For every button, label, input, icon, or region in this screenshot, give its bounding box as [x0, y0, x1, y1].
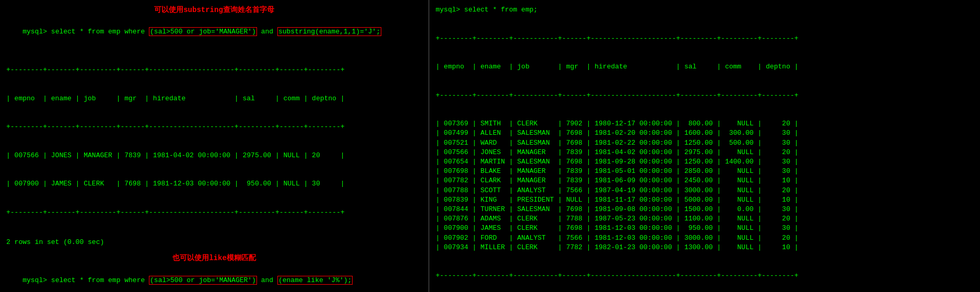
- table1-row2: | 007900 | JAMES | CLERK | 7698 | 1981-1…: [6, 179, 422, 189]
- cmd1: mysql> select * from emp where (sal>500 …: [6, 18, 422, 46]
- table1-header: | empno | ename | job | mgr | hiredate |…: [6, 94, 422, 103]
- cmd2-pre: mysql> select * from emp where: [22, 276, 149, 284]
- table1-sep2: +--------+-------+---------+------+-----…: [6, 122, 422, 132]
- right-sep1: +--------+--------+-----------+------+--…: [436, 34, 974, 43]
- table-row: | 007698 | BLAKE | MANAGER | 7839 | 1981…: [436, 167, 974, 176]
- table-row: | 007566 | JONES | MANAGER | 7839 | 1981…: [436, 148, 974, 157]
- result1: 2 rows in set (0.00 sec): [6, 238, 422, 246]
- cmd1-pre: mysql> select * from emp where: [22, 28, 149, 36]
- table-row: | 007934 | MILLER | CLERK | 7782 | 1982-…: [436, 243, 974, 252]
- table1-row1: | 007566 | JONES | MANAGER | 7839 | 1981…: [6, 151, 422, 160]
- table-row: | 007369 | SMITH | CLERK | 7902 | 1980-1…: [436, 119, 974, 129]
- cmd2-hl2: (ename like 'J%');: [277, 276, 353, 285]
- right-sep2: +--------+--------+-----------+------+--…: [436, 91, 974, 100]
- right-sep3: +--------+--------+-----------+------+--…: [436, 271, 974, 281]
- table-row: | 007900 | JAMES | CLERK | 7698 | 1981-1…: [436, 224, 974, 233]
- table-row: | 007521 | WARD | SALESMAN | 7698 | 1981…: [436, 138, 974, 148]
- table-row: | 007788 | SCOTT | ANALYST | 7566 | 1987…: [436, 186, 974, 195]
- cmd1-mid: and: [257, 28, 277, 36]
- table-row: | 007654 | MARTIN | SALESMAN | 7698 | 19…: [436, 157, 974, 167]
- cmd1-hl1: (sal>500 or job='MANAGER'): [149, 27, 257, 36]
- title-annotation-1: 可以使用substring查询姓名首字母: [6, 5, 422, 15]
- table1-sep1: +--------+-------+---------+------+-----…: [6, 65, 422, 75]
- table-row: | 007876 | ADAMS | CLERK | 7788 | 1987-0…: [436, 214, 974, 224]
- right-cmd: mysql> select * from emp;: [436, 5, 974, 15]
- table-row: | 007839 | KING | PRESIDENT | NULL | 198…: [436, 195, 974, 205]
- cmd2: mysql> select * from emp where (sal>500 …: [6, 266, 422, 292]
- table1: +--------+-------+---------+------+-----…: [6, 46, 422, 237]
- cmd2-hl1: (sal>500 or job='MANAGER'): [149, 276, 257, 285]
- cmd1-hl2: substring(ename,1,1)='J';: [277, 27, 381, 36]
- table-row: | 007902 | FORD | ANALYST | 7566 | 1981-…: [436, 233, 974, 243]
- right-rows-container: | 007369 | SMITH | CLERK | 7902 | 1980-1…: [436, 119, 974, 252]
- right-table: +--------+--------+-----------+------+--…: [436, 15, 974, 292]
- cmd2-mid: and: [257, 276, 277, 284]
- right-panel: mysql> select * from emp; +--------+----…: [429, 0, 980, 292]
- right-header: | empno | ename | job | mgr | hiredate |…: [436, 62, 974, 72]
- table-row: | 007782 | CLARK | MANAGER | 7839 | 1981…: [436, 176, 974, 185]
- table1-sep3: +--------+-------+---------+------+-----…: [6, 208, 422, 217]
- table-row: | 007844 | TURNER | SALESMAN | 7698 | 19…: [436, 205, 974, 214]
- title-annotation-2: 也可以使用like模糊匹配: [6, 253, 422, 263]
- left-panel: 可以使用substring查询姓名首字母 mysql> select * fro…: [0, 0, 428, 292]
- table-row: | 007499 | ALLEN | SALESMAN | 7698 | 198…: [436, 129, 974, 138]
